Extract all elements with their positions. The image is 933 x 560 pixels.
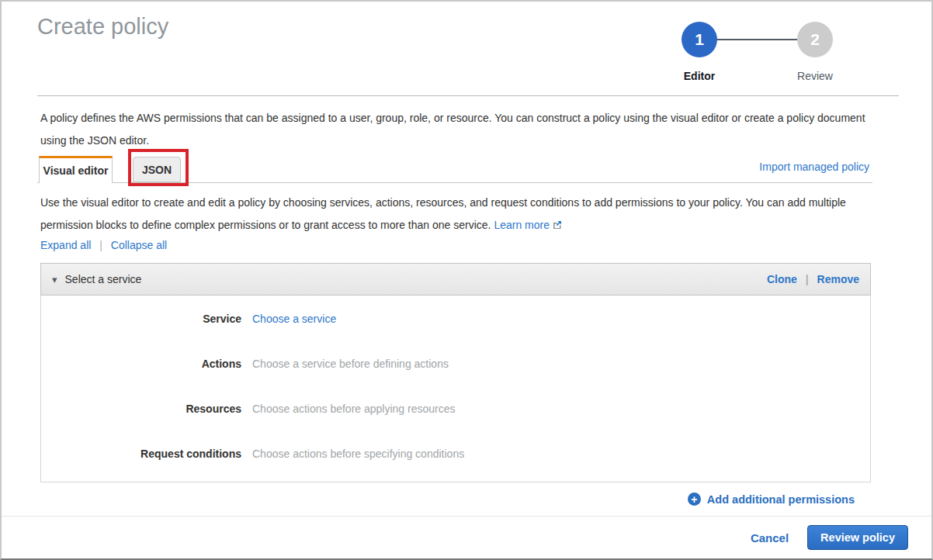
step-2-review-circle: 2: [797, 22, 833, 57]
expand-all-link[interactable]: Expand all: [40, 239, 91, 251]
request-conditions-label: Request conditions: [41, 448, 241, 460]
external-link-icon: [553, 215, 562, 237]
learn-more-link[interactable]: Learn more: [494, 219, 550, 231]
tab-visual-editor[interactable]: Visual editor: [39, 156, 113, 183]
step-1-editor-circle: 1: [682, 22, 717, 57]
cancel-button[interactable]: Cancel: [751, 531, 789, 544]
permission-block-body: Service Choose a service Actions Choose …: [40, 296, 871, 482]
permission-block-header[interactable]: ▾ Select a service Clone | Remove: [40, 263, 871, 296]
tab-json-label: JSON: [142, 164, 172, 176]
visual-editor-help-text: Use the visual editor to create and edit…: [40, 196, 846, 231]
request-conditions-placeholder: Choose actions before specifying conditi…: [252, 448, 464, 460]
tab-visual-editor-label: Visual editor: [43, 164, 109, 177]
service-label: Service: [41, 313, 241, 325]
toolbar-separator: |: [99, 239, 102, 251]
permission-block-title: Select a service: [65, 273, 142, 285]
visual-editor-help: Use the visual editor to create and edit…: [40, 192, 855, 237]
actions-label: Actions: [41, 358, 241, 370]
expand-collapse-toolbar: Expand all | Collapse all: [40, 239, 167, 251]
actions-placeholder: Choose a service before defining actions: [252, 358, 449, 370]
step-1-number: 1: [695, 30, 704, 49]
actions-row: Actions Choose a service before defining…: [41, 358, 870, 370]
plus-circle-icon: +: [688, 493, 701, 506]
step-connector-line: [717, 39, 797, 40]
caret-down-icon[interactable]: ▾: [52, 274, 57, 285]
actions-separator: |: [806, 273, 809, 285]
resources-row: Resources Choose actions before applying…: [41, 403, 870, 415]
footer-bar: Cancel Review policy: [2, 517, 931, 558]
request-conditions-row: Request conditions Choose actions before…: [41, 448, 870, 460]
header-divider: [37, 95, 899, 96]
remove-link[interactable]: Remove: [817, 273, 859, 285]
step-1-label: Editor: [661, 70, 738, 82]
clone-link[interactable]: Clone: [767, 273, 797, 285]
page-title: Create policy: [37, 14, 168, 40]
resources-placeholder: Choose actions before applying resources: [252, 403, 456, 415]
service-row: Service Choose a service: [41, 313, 870, 325]
tab-json[interactable]: JSON: [133, 157, 181, 182]
add-additional-permissions-label: Add additional permissions: [707, 493, 855, 506]
permission-block-actions: Clone | Remove: [767, 273, 859, 285]
review-policy-button[interactable]: Review policy: [807, 525, 908, 550]
choose-service-link[interactable]: Choose a service: [252, 313, 336, 325]
add-additional-permissions-button[interactable]: + Add additional permissions: [688, 493, 855, 506]
import-managed-policy-link[interactable]: Import managed policy: [759, 161, 869, 173]
create-policy-page: Create policy 1 2 Editor Review A policy…: [0, 0, 933, 560]
collapse-all-link[interactable]: Collapse all: [111, 239, 167, 251]
step-2-label: Review: [776, 70, 854, 82]
permission-block-panel: ▾ Select a service Clone | Remove Servic…: [40, 263, 871, 482]
intro-text: A policy defines the AWS permissions tha…: [40, 107, 872, 152]
step-2-number: 2: [810, 30, 820, 49]
resources-label: Resources: [41, 403, 241, 415]
tabbar-divider: [37, 182, 872, 183]
